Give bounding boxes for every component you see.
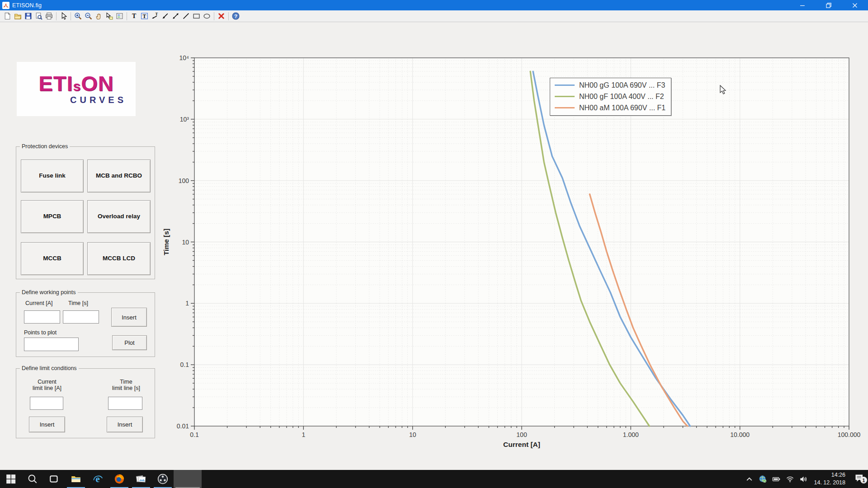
overload-relay-button[interactable]: Overload relay <box>87 200 151 233</box>
points-to-plot-label: Points to plot <box>24 329 57 336</box>
svg-text:1.000: 1.000 <box>623 431 639 438</box>
toolbar-separator <box>228 12 229 20</box>
pointer-icon[interactable] <box>58 11 69 21</box>
mpcb-button[interactable]: MPCB <box>21 200 84 233</box>
svg-text:1: 1 <box>185 300 189 307</box>
current-a-label: Current [A] <box>25 300 52 306</box>
mccb-button[interactable]: MCCB <box>21 242 84 275</box>
svg-text:100.000: 100.000 <box>838 431 861 438</box>
matlab-figure-icon <box>2 2 9 9</box>
taskbar-active-window-button[interactable] <box>174 470 202 488</box>
points-to-plot-input[interactable] <box>24 338 79 351</box>
insert-textbox-icon[interactable]: T <box>139 11 150 21</box>
legend-line-sample <box>555 107 575 109</box>
delete-annotation-icon[interactable] <box>216 11 226 21</box>
insert-line-icon[interactable] <box>181 11 191 21</box>
insert-doublearrow-icon[interactable] <box>170 11 181 21</box>
limit-conditions-group: Define limit conditions Currentlimit lin… <box>16 368 155 438</box>
window-title: ETISON.fig <box>12 2 42 9</box>
insert-ellipse-icon[interactable] <box>202 11 212 21</box>
close-button[interactable] <box>842 0 868 10</box>
wifi-icon[interactable] <box>783 475 797 483</box>
legend-entry: NH00 gG 100A 690V ... F3 <box>555 80 665 91</box>
taskbar-firefox-icon[interactable] <box>108 470 130 488</box>
svg-text:0.1: 0.1 <box>190 431 199 438</box>
fuse-link-button[interactable]: Fuse link <box>21 160 84 192</box>
svg-text:e: e <box>95 474 99 484</box>
print-figure-icon[interactable] <box>44 11 54 21</box>
svg-text:0.01: 0.01 <box>177 422 189 430</box>
current-limit-input[interactable] <box>30 397 63 410</box>
x-axis-label: Current [A] <box>503 441 540 448</box>
mcb-rcbo-button[interactable]: MCB and RCBO <box>87 160 151 192</box>
current-input[interactable] <box>24 310 60 324</box>
insert-current-limit-button[interactable]: Insert <box>29 417 65 432</box>
legend-label: NH00 gF 100A 400V ... F2 <box>579 93 664 101</box>
tray-chevron-icon[interactable] <box>742 475 756 483</box>
window-titlebar: ETISON.fig <box>0 0 868 10</box>
chart-legend[interactable]: NH00 gG 100A 690V ... F3NH00 gF 100A 400… <box>550 78 671 116</box>
insert-arrow-icon[interactable] <box>160 11 170 21</box>
print-preview-icon[interactable] <box>33 11 44 21</box>
action-center-button[interactable]: 1 <box>850 473 868 485</box>
time-limit-input[interactable] <box>108 397 142 410</box>
volume-icon[interactable] <box>797 475 810 483</box>
zoom-in-icon[interactable] <box>73 11 83 21</box>
insert-text-icon[interactable]: T <box>129 11 139 21</box>
toolbar-separator <box>127 12 127 20</box>
insert-rectangle-icon[interactable] <box>191 11 202 21</box>
svg-text:10.000: 10.000 <box>730 431 750 438</box>
logo-subtitle: CURVES <box>23 95 129 105</box>
legend-insert-icon[interactable] <box>114 11 125 21</box>
svg-text:10: 10 <box>182 239 189 246</box>
current-limit-label: Currentlimit line [A] <box>19 379 75 391</box>
toolbar-separator <box>214 12 214 20</box>
svg-text:1: 1 <box>302 431 305 438</box>
taskbar-obs-studio-icon[interactable] <box>152 470 174 488</box>
clock-date: 14. 12. 2018 <box>814 479 845 487</box>
svg-text:100: 100 <box>516 431 527 438</box>
battery-icon[interactable] <box>769 475 783 483</box>
logo-wordmark: ETIsON <box>23 73 129 94</box>
legend-entry: NH00 aM 100A 690V ... F1 <box>555 102 665 113</box>
legend-entry: NH00 gF 100A 400V ... F2 <box>555 91 665 102</box>
help-icon[interactable]: ? <box>231 11 241 21</box>
svg-text:10³: 10³ <box>180 116 189 123</box>
legend-label: NH00 gG 100A 690V ... F3 <box>579 81 665 89</box>
network-globe-icon[interactable] <box>756 475 769 483</box>
working-points-group: Define working points Current [A] Time [… <box>16 292 155 357</box>
plot-button[interactable]: Plot <box>112 335 147 350</box>
new-figure-icon[interactable] <box>2 11 13 21</box>
taskbar-task-view-icon[interactable] <box>43 470 65 488</box>
taskbar-photos-icon[interactable] <box>130 470 152 488</box>
zoom-out-icon[interactable] <box>83 11 94 21</box>
time-s-label: Time [s] <box>68 300 88 306</box>
toolbar-separator <box>71 12 71 20</box>
save-figure-icon[interactable] <box>23 11 33 21</box>
etison-logo: ETIsON CURVES <box>17 62 136 116</box>
open-file-icon[interactable] <box>13 11 23 21</box>
taskbar-file-explorer-icon[interactable] <box>65 470 87 488</box>
restore-button[interactable] <box>816 0 842 10</box>
time-limit-label: Timelimit line [s] <box>98 379 155 391</box>
y-axis-label: Time [s] <box>162 229 170 255</box>
svg-text:100: 100 <box>179 177 189 184</box>
taskbar-start-icon[interactable] <box>0 470 22 488</box>
insert-textarrow-icon[interactable]: T <box>150 11 160 21</box>
time-input[interactable] <box>63 310 99 324</box>
taskbar-search-icon[interactable] <box>22 470 43 488</box>
figure-toolbar: TTT? <box>0 10 868 22</box>
insert-point-button[interactable]: Insert <box>111 308 147 327</box>
taskbar-internet-explorer-icon[interactable]: e <box>87 470 108 488</box>
svg-text:T: T <box>132 13 136 19</box>
data-cursor-icon[interactable] <box>104 11 114 21</box>
windows-taskbar: e 14:26 14. 12. 2018 1 <box>0 470 868 488</box>
insert-time-limit-button[interactable]: Insert <box>107 417 143 432</box>
legend-line-sample <box>555 96 575 98</box>
svg-text:0.1: 0.1 <box>180 361 189 368</box>
minimize-button[interactable] <box>789 0 816 10</box>
clock-time: 14:26 <box>814 471 845 479</box>
mccb-lcd-button[interactable]: MCCB LCD <box>87 242 151 275</box>
pan-icon[interactable] <box>94 11 104 21</box>
taskbar-clock[interactable]: 14:26 14. 12. 2018 <box>814 471 845 487</box>
